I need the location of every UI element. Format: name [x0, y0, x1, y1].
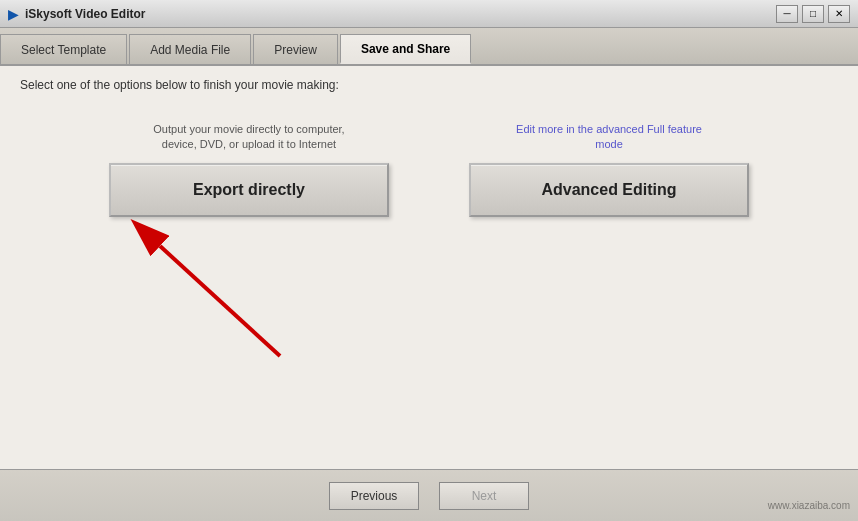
options-area: Output your movie directly to computer, … [20, 122, 838, 217]
title-bar-buttons: ─ □ ✕ [776, 5, 850, 23]
export-directly-button[interactable]: Export directly [109, 163, 389, 217]
advanced-description: Edit more in the advanced Full feature m… [509, 122, 709, 153]
next-button: Next [439, 482, 529, 510]
maximize-button[interactable]: □ [802, 5, 824, 23]
svg-line-1 [160, 246, 280, 356]
minimize-button[interactable]: ─ [776, 5, 798, 23]
main-content: Select one of the options below to finis… [0, 66, 858, 469]
advanced-option-group: Edit more in the advanced Full feature m… [469, 122, 749, 217]
tab-preview[interactable]: Preview [253, 34, 338, 64]
watermark: www.xiazaiba.com [768, 500, 850, 511]
title-bar: ▶ iSkysoft Video Editor ─ □ ✕ [0, 0, 858, 28]
bottom-bar: Previous Next [0, 469, 858, 521]
previous-button[interactable]: Previous [329, 482, 419, 510]
export-description: Output your movie directly to computer, … [149, 122, 349, 153]
tab-add-media-file[interactable]: Add Media File [129, 34, 251, 64]
annotation-arrow [130, 216, 330, 376]
app-icon: ▶ [8, 6, 19, 22]
instruction-text: Select one of the options below to finis… [20, 78, 838, 92]
tab-bar: Select Template Add Media File Preview S… [0, 28, 858, 66]
tab-select-template[interactable]: Select Template [0, 34, 127, 64]
tab-save-and-share[interactable]: Save and Share [340, 34, 471, 64]
close-button[interactable]: ✕ [828, 5, 850, 23]
advanced-editing-button[interactable]: Advanced Editing [469, 163, 749, 217]
app-title: iSkysoft Video Editor [25, 7, 145, 21]
export-option-group: Output your movie directly to computer, … [109, 122, 389, 217]
title-bar-left: ▶ iSkysoft Video Editor [8, 6, 145, 22]
